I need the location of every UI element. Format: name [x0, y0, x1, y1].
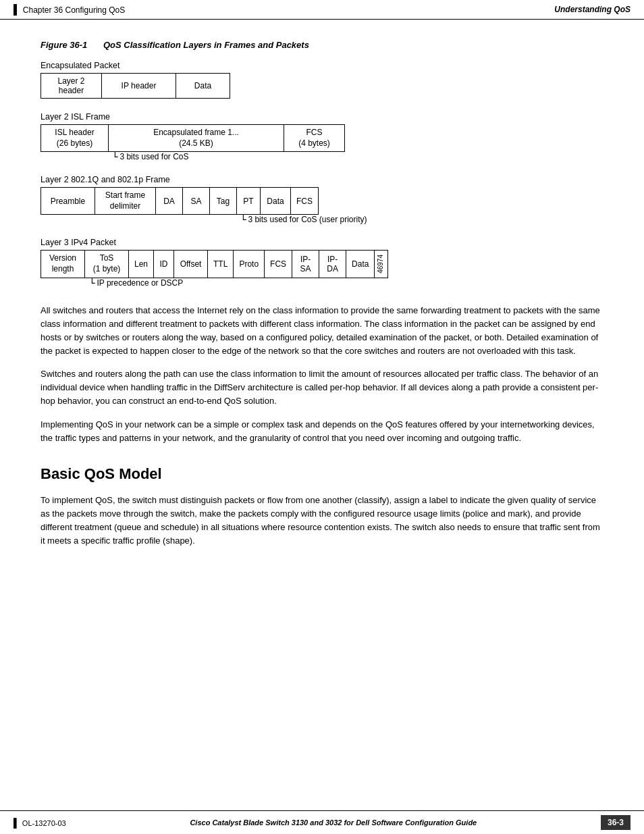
dot1q-annotation: └ 3 bits used for CoS (user priority): [41, 215, 603, 224]
ipv4-table: Versionlength ToS(1 byte) Len ID Offset …: [41, 250, 375, 278]
cell-data3: Data: [346, 251, 375, 278]
cell-pt: PT: [237, 188, 261, 215]
dot1q-table: Preamble Start framedelimiter DA SA Tag …: [41, 187, 319, 215]
cell-version: Versionlength: [41, 251, 85, 278]
cell-isl-header: ISL header(26 bytes): [41, 125, 109, 152]
dot1q-label: Layer 2 802.1Q and 802.1p Frame: [41, 175, 603, 184]
isl-label: Layer 2 ISL Frame: [41, 112, 603, 122]
cell-data2: Data: [261, 188, 291, 215]
section-paragraph: To implement QoS, the switch must distin…: [41, 494, 603, 548]
figure-vert-number: 46974: [377, 255, 385, 273]
cell-proto: Proto: [234, 251, 265, 278]
encapsulated-table: Layer 2header IP header Data: [41, 73, 230, 99]
arrow-hook: └: [112, 152, 117, 161]
cell-fcs2: FCS: [291, 188, 319, 215]
cell-fcs3: FCS: [265, 251, 292, 278]
body-text-section: All switches and routers that access the…: [41, 304, 603, 445]
figure-title: Figure 36-1 QoS Classification Layers in…: [41, 40, 603, 50]
ipv4-annotation: └ IP precedence or DSCP: [41, 278, 603, 288]
cell-ttl: TTL: [208, 251, 234, 278]
page: Chapter 36 Configuring QoS Understanding…: [0, 0, 644, 834]
footer-center: Cisco Catalyst Blade Switch 3130 and 303…: [66, 818, 601, 827]
body-para-1: All switches and routers that access the…: [41, 304, 603, 359]
cell-data: Data: [176, 74, 230, 99]
footer-left: OL-13270-03: [14, 818, 66, 828]
body-para-2: Switches and routers along the path can …: [41, 367, 603, 408]
section-heading: Basic QoS Model: [41, 465, 603, 483]
isl-table: ISL header(26 bytes) Encapsulated frame …: [41, 124, 345, 152]
ipv4-annotation-text: IP precedence or DSCP: [97, 278, 183, 288]
cell-offset: Offset: [174, 251, 208, 278]
cell-id: ID: [154, 251, 174, 278]
isl-annotation-text: 3 bits used for CoS: [119, 152, 188, 161]
cell-encapsulated-frame: Encapsulated frame 1...(24.5 KB): [109, 125, 284, 152]
encapsulated-label: Encapsulated Packet: [41, 61, 603, 70]
isl-annotation: └ 3 bits used for CoS: [41, 152, 603, 161]
cell-layer2-header: Layer 2header: [41, 74, 102, 99]
page-header: Chapter 36 Configuring QoS Understanding…: [0, 0, 644, 20]
dot1q-diagram: Layer 2 802.1Q and 802.1p Frame Preamble…: [41, 175, 603, 224]
dot1q-annotation-text: 3 bits used for CoS (user priority): [248, 215, 367, 224]
cell-da: DA: [156, 188, 183, 215]
header-left: Chapter 36 Configuring QoS: [14, 4, 125, 15]
ipv4-label: Layer 3 IPv4 Packet: [41, 238, 603, 247]
vert-label-container: 46974: [375, 250, 388, 278]
main-content: Figure 36-1 QoS Classification Layers in…: [0, 26, 644, 584]
cell-tos: ToS(1 byte): [85, 251, 129, 278]
encapsulated-packet-diagram: Encapsulated Packet Layer 2header IP hea…: [41, 61, 603, 99]
header-right: Understanding QoS: [554, 5, 630, 14]
ipv4-diagram: Layer 3 IPv4 Packet Versionlength ToS(1 …: [41, 238, 603, 287]
isl-frame-diagram: Layer 2 ISL Frame ISL header(26 bytes) E…: [41, 112, 603, 161]
arrow-hook2: └: [240, 215, 246, 224]
cell-preamble: Preamble: [41, 188, 95, 215]
cell-tag: Tag: [210, 188, 237, 215]
figure-caption: QoS Classification Layers in Frames and …: [103, 40, 309, 50]
cell-sa: SA: [183, 188, 210, 215]
cell-fcs: FCS(4 bytes): [284, 125, 345, 152]
figure-number: Figure 36-1: [41, 40, 87, 50]
footer-right: 36-3: [601, 815, 630, 830]
cell-len: Len: [129, 251, 154, 278]
cell-ip-header: IP header: [102, 74, 176, 99]
cell-ipsa: IP-SA: [292, 251, 319, 278]
cell-ipda: IP-DA: [319, 251, 346, 278]
cell-start-frame: Start framedelimiter: [95, 188, 156, 215]
arrow-hook3: └: [89, 278, 95, 288]
body-para-3: Implementing QoS in your network can be …: [41, 418, 603, 445]
page-footer: OL-13270-03 Cisco Catalyst Blade Switch …: [0, 810, 644, 834]
